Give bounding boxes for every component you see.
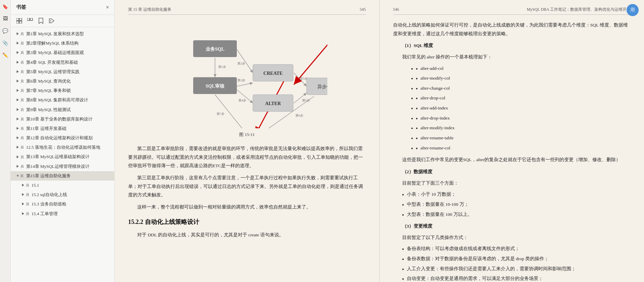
page-left-number: 545 [360,7,366,12]
svg-text:第5步: 第5步 [300,77,308,80]
left-section-para: 对于 DDL 的自动化上线，其实是可行的，尤其是对于 create 语句来说。 [128,231,366,239]
right-section2-title: （2）数据维度 [393,168,631,176]
sidebar-item-ch9[interactable]: ▶ 員 第9章 MySQL 性能测试 [11,105,114,114]
svg-rect-1 [16,21,19,23]
svg-text:第1步: 第1步 [218,65,226,68]
sql-list-item: ●alter-modify-col [402,74,631,83]
sidebar-item-ch13[interactable]: ▶ 員 第13章 MySQL运维基础架构设计 [11,152,114,161]
page-right-header: 546 MySQL DBA 工作笔记：数据库管理、架构优化与运维开发 [393,7,631,15]
sql-list: ●alter-add-col●alter-modify-col●alter-ch… [402,64,631,152]
sidebar-item-ch125[interactable]: ▶ 員 12.5 落地生花：自动化运维该如何落地 [11,143,114,152]
change-list-item: ●备份表结构：可以考虑做成在线或者离线文件的形式； [402,244,631,253]
sidebar-item-ch15[interactable]: ▼ 員 第15章 运维自助化服务 [11,171,114,181]
sidebar-title: 书签 [16,4,26,10]
change-list-item: ●人工介入变更：有些操作我们还是需要人工来介入的，需要协调时间和影响范围； [402,265,631,273]
sql-list-item: ●alter-modify-index [402,124,631,132]
sidebar-item-ch3[interactable]: ▶ 員 第3章 MySQL 基础运维面面观 [11,48,114,57]
sidebar-item-ch4[interactable]: ▶ 員 第4章 SQL 开发规范和基础 [11,58,114,67]
sidebar: 书签 × ▶ 員 第1章 MySQL 发展和技术选型 ▶ 員 第2章理解MySQ… [11,0,115,282]
page-left-header-text: 第 15 章 运维自助化服务 [128,7,171,12]
svg-rect-2 [19,18,22,20]
svg-text:CREATE: CREATE [264,71,283,76]
sidebar-item-ch11[interactable]: ▶ 員 第11章 运维开发基础 [11,124,114,133]
svg-rect-3 [19,21,22,23]
sidebar-item-ch6[interactable]: ▶ 員 第6章 MySQL 查询优化 [11,77,114,86]
sidebar-item-ch152[interactable]: ▶ 員 15.2 sql自动化上线 [11,190,114,199]
left-section-para-text: 对于 DDL 的自动化上线，其实是可行的，尤其是对于 create 语句来说。 [128,231,366,239]
svg-text:第4步: 第4步 [238,99,246,102]
left-para3: 这样一来，整个流程都可以做到一相对轻量级的调用方式，效率也自然就提上来了。 [128,203,366,211]
sql-list-item: ●alter-add-col [402,64,631,73]
sql-list-item: ●alter-change-col [402,84,631,93]
change-list: ●备份表结构：可以考虑做成在线或者离线文件的形式；●备份表数据：对于数据的备份是… [402,244,631,282]
left-page-text: 第二层是工单审批阶段，需要改进的就是审批的环节，传统的审批是无法量化和难以提高效… [128,144,366,211]
svg-point-6 [50,20,51,21]
left-icon-strip: 🔖 🖼 💬 📎 ✏️ [0,0,11,282]
right-intro: 自动化上线的策略如何保证可行可控，是自动化上线成败的关键，为此我们需要考虑几个维… [393,21,631,38]
page-right-header-text: MySQL DBA 工作笔记：数据库管理、架构优化与运维开发 [527,7,631,12]
data-list: ●小表：小于 10 万数据；●中型表：数据量在 10-100 万；●大型表：数据… [402,190,631,219]
sidebar-item-ch8[interactable]: ▶ 員 第8章 MySQL 集群和高可用设计 [11,95,114,105]
right-section1-title: （1）SQL 维度 [393,41,631,50]
data-list-item: ●大型表：数据量在 100 万以上。 [402,210,631,219]
sidebar-item-ch10[interactable]: ▶ 員 第10章 基于业务的数据库架构设计 [11,114,114,124]
pen-strip-icon[interactable]: ✏️ [2,52,9,58]
sql-list-item: ●alter-drop-col [402,94,631,102]
sidebar-item-ch12[interactable]: ▶ 員 第12章 自动化运维架构设计和规划 [11,133,114,143]
sidebar-item-ch5[interactable]: ▶ 員 第5章 MySQL 运维管理实践 [11,67,114,77]
right-section3-intro: 目前暂定了以下几类操作方式： [393,233,631,242]
svg-rect-5 [30,18,33,20]
right-section1-intro: 我们常见的 alter 操作的一个基本梳理如下： [393,53,631,61]
page-left: 第 15 章 运维自助化服务 545 [115,0,380,282]
sidebar-item-ch154[interactable]: ▶ 員 15.4 工单管理 [11,209,114,219]
sidebar-item-ch1[interactable]: ▶ 員 第1章 MySQL 发展和技术选型 [11,29,114,39]
right-section2-intro: 目前暂定了下面三个方面： [393,179,631,188]
left-para1: 第二层是工单审批阶段，需要改进的就是审批的环节，传统的审批是无法量化和难以提高效… [128,144,366,170]
diagram-svg: 第1步 第2步 第3步 第4步 第5步 第5步 第6步 第7步 业务SQL SQ… [128,21,366,128]
data-list-item: ●中型表：数据量在 10-100 万； [402,200,631,209]
svg-text:第3步: 第3步 [237,79,245,82]
attachment-strip-icon[interactable]: 📎 [2,40,9,46]
svg-text:异步任务: 异步任务 [317,84,327,89]
bookmark-strip-icon[interactable]: 🔖 [2,3,9,10]
comment-strip-icon[interactable]: 💬 [2,28,9,34]
svg-line-9 [237,83,253,86]
sidebar-header: 书签 × [11,0,114,15]
sidebar-item-ch14[interactable]: ▶ 員 第14章 MySQL运维管理模块设计 [11,162,114,171]
svg-text:第6步: 第6步 [296,114,303,117]
diagram-area: 第1步 第2步 第3步 第4步 第5步 第5步 第6步 第7步 业务SQL SQ… [128,21,366,138]
diagram-caption: 图 15-11 [239,132,255,138]
sidebar-close-button[interactable]: × [106,4,109,10]
sidebar-item-ch7[interactable]: ▶ 員 第7章 MySQL 事务和锁 [11,86,114,95]
svg-rect-0 [16,18,19,20]
collapse-all-icon[interactable] [27,17,34,24]
page-right: 546 MySQL DBA 工作笔记：数据库管理、架构优化与运维开发 自动化上线… [380,0,644,282]
data-list-item: ●小表：小于 10 万数据； [402,190,631,199]
tag-icon[interactable] [48,17,55,24]
svg-text:ALTER: ALTER [265,101,281,106]
bookmark-add-icon[interactable] [38,17,44,24]
expand-all-icon[interactable] [16,17,23,24]
right-page-text: 自动化上线的策略如何保证可行可控，是自动化上线成败的关键，为此我们需要考虑几个维… [393,21,631,282]
svg-text:第2步: 第2步 [237,62,245,65]
page-right-number: 546 [393,7,399,12]
svg-text:第5步: 第5步 [302,99,310,102]
svg-text:第7步: 第7步 [217,112,224,115]
main-content: 第 15 章 运维自助化服务 545 [115,0,644,282]
svg-line-8 [237,49,253,73]
sidebar-item-ch2[interactable]: ▶ 員 第2章理解MySQL 体系结构 [11,39,114,48]
sidebar-item-ch151[interactable]: ▶ 員 15.1 [11,181,114,190]
left-section-title: 15.2.2 自动化上线策略设计 [128,218,366,226]
change-list-item: ●备份表数据：对于数据的备份是应该考虑的，尤其是 drop 类的操作； [402,254,631,263]
image-strip-icon[interactable]: 🖼 [2,15,9,22]
left-para2: 第三层是工单执行阶段，这里有几个点需要注意，一个是工单执行过程中如果执行失败，则… [128,174,366,199]
sidebar-toolbar [11,15,114,27]
change-list-item: ●自动变更：自动变更是通用的需求，可以满足大部分的业务场景； [402,274,631,282]
svg-rect-4 [27,18,30,20]
user-avatar[interactable]: 用 [627,4,639,16]
sql-list-item: ●alter-add-index [402,104,631,112]
bookmark-tree: ▶ 員 第1章 MySQL 发展和技术选型 ▶ 員 第2章理解MySQL 体系结… [11,27,114,282]
sidebar-item-ch153[interactable]: ▶ 員 15.3 业务自助巡检 [11,199,114,209]
right-section3-title: （3）变更维度 [393,222,631,231]
sql-list-item: ●alter-rename-col [402,144,631,152]
